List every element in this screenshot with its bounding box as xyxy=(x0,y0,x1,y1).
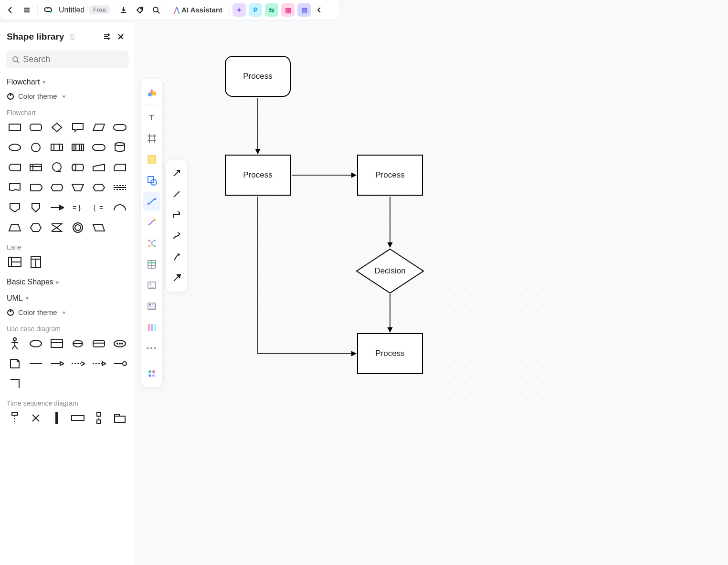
search-input[interactable] xyxy=(23,54,123,64)
section-basic-shapes[interactable]: Basic Shapes ▸ xyxy=(6,274,129,290)
shape-package[interactable] xyxy=(111,410,129,426)
download-button[interactable] xyxy=(116,2,131,18)
shape-manual-input[interactable] xyxy=(90,159,108,176)
shape-double-circle[interactable] xyxy=(69,220,87,236)
panel-settings-button[interactable] xyxy=(99,30,114,44)
shape-destroy[interactable] xyxy=(27,410,45,426)
document-title[interactable]: Untitled xyxy=(57,6,86,14)
tool-table[interactable] xyxy=(143,255,160,274)
shape-internal-storage[interactable] xyxy=(27,159,45,176)
app-chip[interactable]: ✦ xyxy=(232,3,246,17)
shape-display[interactable] xyxy=(48,179,66,196)
shape-tape[interactable] xyxy=(48,159,66,176)
section-uml[interactable]: UML ▾ xyxy=(6,290,129,306)
shape-cylinder[interactable] xyxy=(111,139,129,156)
shape-note[interactable] xyxy=(6,356,24,372)
canvas[interactable]: Process Process Process Decision Process xyxy=(135,0,728,565)
shape-capsule[interactable] xyxy=(90,139,108,156)
tool-mindmap[interactable] xyxy=(143,234,160,253)
search-button[interactable] xyxy=(148,2,164,18)
shape-sum-junction[interactable]: =} xyxy=(69,199,87,216)
tool-more[interactable]: ••• xyxy=(143,339,160,358)
app-chip[interactable]: ⇆ xyxy=(265,3,278,17)
shape-frame[interactable] xyxy=(69,410,87,426)
shape-arc[interactable] xyxy=(111,199,129,216)
shape-lane-vert[interactable] xyxy=(27,254,45,270)
shape-rect[interactable] xyxy=(6,119,24,136)
app-chip[interactable]: P xyxy=(249,3,262,17)
tool-sticky[interactable] xyxy=(143,150,160,169)
shape-note-ellipsis[interactable] xyxy=(111,335,129,352)
close-panel-button[interactable] xyxy=(114,30,128,44)
menu-button[interactable] xyxy=(19,2,34,18)
tool-theme[interactable] xyxy=(143,83,160,102)
connector-line[interactable] xyxy=(168,185,185,204)
shape-round-rect[interactable] xyxy=(27,119,45,136)
shape-corner[interactable] xyxy=(6,376,24,392)
shape-loop-limit[interactable] xyxy=(111,179,129,196)
shape-sigma[interactable] xyxy=(48,220,66,236)
shape-fragment[interactable] xyxy=(90,410,108,426)
color-theme-row-uml[interactable]: Color theme xyxy=(6,306,129,321)
shape-parallelogram-alt[interactable] xyxy=(90,220,108,236)
shape-delay[interactable] xyxy=(27,179,45,196)
app-chip[interactable]: ▤ xyxy=(297,3,311,17)
app-chip[interactable]: ▥ xyxy=(281,3,295,17)
shape-document[interactable] xyxy=(6,179,24,196)
color-theme-row[interactable]: Color theme xyxy=(6,90,129,105)
shape-trapezoid[interactable] xyxy=(6,220,24,236)
shape-stored-data[interactable] xyxy=(6,159,24,176)
tool-shape[interactable] xyxy=(143,171,160,190)
shape-diamond[interactable] xyxy=(48,119,66,136)
shape-actor[interactable] xyxy=(6,335,24,352)
shape-lane-horiz[interactable] xyxy=(6,254,24,270)
shape-offpage[interactable] xyxy=(6,199,24,216)
shape-merge-arrow[interactable] xyxy=(48,199,66,216)
shape-usecase[interactable] xyxy=(27,335,45,352)
section-flowchart[interactable]: Flowchart ▾ xyxy=(6,74,129,90)
shape-direct-data[interactable] xyxy=(69,159,87,176)
shape-ellipse[interactable] xyxy=(6,139,24,156)
tool-textbox[interactable]: T xyxy=(143,276,160,295)
tool-pen[interactable] xyxy=(143,213,160,232)
connector-arrow[interactable] xyxy=(168,164,185,183)
shape-callout[interactable] xyxy=(69,119,87,136)
tool-list[interactable] xyxy=(143,297,160,316)
tool-frame[interactable] xyxy=(143,129,160,148)
shape-boundary[interactable] xyxy=(48,335,66,352)
shape-activation[interactable] xyxy=(48,410,66,426)
shape-shield[interactable] xyxy=(27,199,45,216)
tool-apps[interactable] xyxy=(143,364,160,383)
shape-dep-dashed-open[interactable] xyxy=(90,356,108,372)
node-process-3[interactable]: Process xyxy=(357,155,423,196)
tool-connector[interactable] xyxy=(143,192,160,211)
shape-direct-assoc[interactable] xyxy=(48,356,66,372)
shape-dep-dashed[interactable] xyxy=(69,356,87,372)
shape-circle[interactable] xyxy=(27,139,45,156)
cloud-status-icon[interactable] xyxy=(41,2,56,18)
ai-assistant-button[interactable]: ⋀AI Assistant xyxy=(170,2,226,18)
node-process-start[interactable]: Process xyxy=(225,56,291,97)
tag-button[interactable] xyxy=(132,2,148,18)
connector-arrow-solid[interactable] xyxy=(168,269,185,288)
connector-elbow[interactable] xyxy=(168,206,185,225)
connector-freeform[interactable] xyxy=(168,248,185,267)
shape-card[interactable] xyxy=(111,159,129,176)
shape-or-junction[interactable]: {= xyxy=(90,199,108,216)
node-decision[interactable]: Decision xyxy=(355,248,425,294)
shape-realize[interactable] xyxy=(111,356,129,372)
shape-predefined[interactable] xyxy=(48,139,66,156)
shape-terminator[interactable] xyxy=(111,119,129,136)
shape-preparation[interactable] xyxy=(90,179,108,196)
tool-text[interactable]: T xyxy=(143,108,160,127)
tool-kanban[interactable] xyxy=(143,318,160,337)
search-field[interactable] xyxy=(6,51,129,68)
connector-curved[interactable] xyxy=(168,227,185,246)
collapse-apps-button[interactable] xyxy=(312,2,327,18)
shape-entity[interactable] xyxy=(90,335,108,352)
plan-badge[interactable]: Free xyxy=(89,5,110,14)
shape-control[interactable] xyxy=(69,335,87,352)
shape-manual-op[interactable] xyxy=(69,179,87,196)
shape-predefined-double[interactable] xyxy=(69,139,87,156)
shape-parallelogram[interactable] xyxy=(90,119,108,136)
